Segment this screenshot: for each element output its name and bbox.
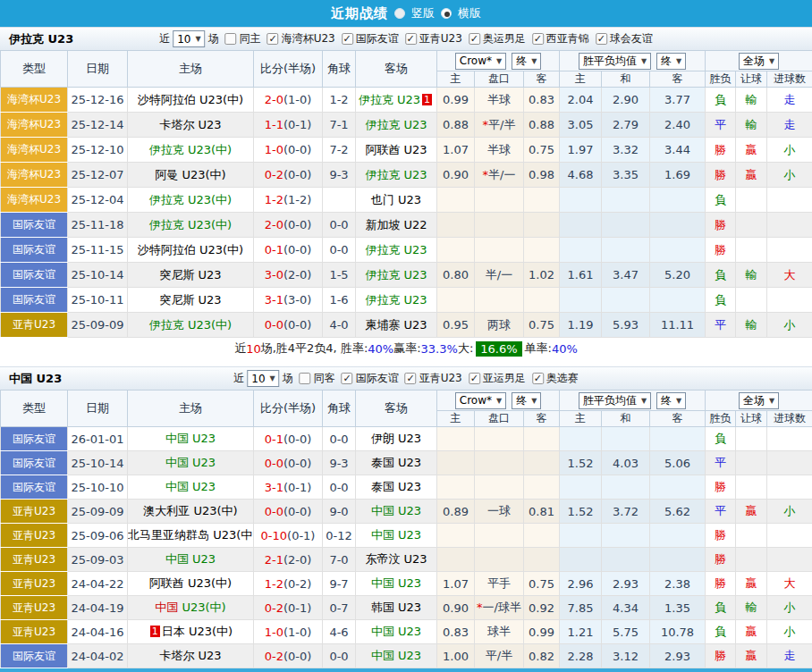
corner-score: 9-3 xyxy=(323,451,356,475)
summary-text: 16.6% xyxy=(476,341,521,357)
same-venue-checkbox[interactable] xyxy=(300,373,311,384)
vertical-layout-label[interactable]: 竖版 xyxy=(411,5,435,21)
halftime-score: (0-0) xyxy=(283,168,311,181)
away-team: 也门 U23 xyxy=(356,188,437,213)
chevron-down-icon: ▼ xyxy=(641,397,647,405)
result-outcome: 勝 xyxy=(706,163,736,188)
result-goals xyxy=(767,288,812,313)
home-team: 伊拉克 U23(中) xyxy=(128,213,254,238)
horizontal-layout-radio[interactable] xyxy=(441,8,452,19)
away-team: 泰国 U23 xyxy=(356,475,437,500)
match-date: 25-09-09 xyxy=(68,500,128,524)
score-cell: 1-0(0-0) xyxy=(254,138,323,163)
score-cell: 3-1(3-0) xyxy=(254,288,323,313)
odds-state-dropdown[interactable]: 终▼ xyxy=(512,392,541,409)
home-team: 卡塔尔 U23 xyxy=(128,644,254,668)
league-filter-checkbox[interactable]: ✓ xyxy=(405,373,417,384)
league-filter-checkbox[interactable]: ✓ xyxy=(532,373,544,384)
recent-label: 近 xyxy=(233,371,244,386)
league-filter-checkbox[interactable]: ✓ xyxy=(532,33,544,45)
result-outcome: 勝 xyxy=(706,548,736,572)
result-handicap xyxy=(736,548,767,572)
league-filter-checkbox[interactable]: ✓ xyxy=(469,373,480,384)
scope-dropdown[interactable]: 全场▼ xyxy=(739,392,779,409)
avg-draw xyxy=(602,213,650,238)
result-goals xyxy=(767,548,812,572)
same-venue-label: 同主 xyxy=(240,31,261,46)
section-divider xyxy=(0,359,812,366)
result-handicap xyxy=(736,524,767,548)
result-outcome: 勝 xyxy=(706,213,736,238)
horizontal-layout-label[interactable]: 横版 xyxy=(458,5,481,21)
result-outcome: 勝 xyxy=(706,644,736,668)
recent-count-select[interactable]: 10▼ xyxy=(173,30,205,47)
scope-dropdown[interactable]: 全场▼ xyxy=(739,53,779,70)
league-filter-checkbox[interactable]: ✓ xyxy=(267,33,279,45)
result-group-header: 全场▼ xyxy=(706,391,812,411)
odds-handicap xyxy=(475,213,524,238)
league-filter-checkbox[interactable]: ✓ xyxy=(469,33,480,45)
avg-win: 2.04 xyxy=(560,88,602,113)
avg-odds-dropdown[interactable]: 胜平负均值▼ xyxy=(579,53,651,70)
home-team: 北马里亚纳群岛 U23(中) xyxy=(128,524,254,548)
vertical-layout-radio[interactable] xyxy=(394,8,405,19)
league-filter-checkbox[interactable]: ✓ xyxy=(405,33,417,45)
odds-away: 0.99 xyxy=(524,620,560,644)
odds-source-dropdown[interactable]: Crow*▼ xyxy=(455,53,506,70)
league-type-badge: 国际友谊 xyxy=(1,263,68,288)
league-filter-checkbox[interactable]: ✓ xyxy=(342,373,353,384)
odds-handicap: 球半 xyxy=(475,620,524,644)
home-team: 沙特阿拉伯 U23(中) xyxy=(128,238,254,263)
league-filter-checkbox[interactable]: ✓ xyxy=(342,33,353,45)
odds-home: 1.00 xyxy=(437,644,475,668)
fulltime-score: 2-0 xyxy=(265,93,283,106)
score-cell: 1-0(1-0) xyxy=(254,620,323,644)
result-handicap xyxy=(736,451,767,475)
odds-away xyxy=(524,451,560,475)
chevron-down-icon: ▼ xyxy=(531,57,537,65)
league-type-badge: 国际友谊 xyxy=(1,213,68,238)
result-handicap: 贏 xyxy=(736,163,767,188)
match-row: 国际友谊25-11-18伊拉克 U23(中)2-0(0-0)0-0新加坡 U22… xyxy=(1,213,812,238)
odds-handicap xyxy=(475,288,524,313)
fulltime-score: 2-0 xyxy=(265,218,283,231)
odds-state-dropdown[interactable]: 终▼ xyxy=(512,53,541,70)
avg-odds-dropdown[interactable]: 胜平负均值▼ xyxy=(579,392,651,409)
odds-away xyxy=(524,238,560,263)
same-venue-label: 同客 xyxy=(314,371,335,386)
match-date: 25-10-10 xyxy=(68,475,128,500)
match-date: 25-09-09 xyxy=(68,313,128,338)
odds-handicap: *半/一 xyxy=(475,163,524,188)
home-team-name: 中国 U23 xyxy=(165,432,216,445)
odds-source-dropdown[interactable]: Crow*▼ xyxy=(455,392,506,409)
match-row: 亚青U2325-09-03中国 U232-1(2-0)7-0东帝汶 U23勝 xyxy=(1,548,812,572)
fulltime-score: 0-0 xyxy=(265,505,283,518)
avg-draw xyxy=(602,427,650,451)
avg-win: 1.19 xyxy=(560,313,602,338)
avg-win: 7.85 xyxy=(560,596,602,620)
league-filter-checkbox[interactable]: ✓ xyxy=(596,33,607,45)
recent-count-select[interactable]: 10▼ xyxy=(247,370,279,387)
odds-home xyxy=(437,427,475,451)
odds-away xyxy=(524,427,560,451)
home-team-name: 卡塔尔 U23 xyxy=(159,649,221,662)
stats-summary: 近10场,胜4平2负4, 胜率:40% 赢率:33.3% 大:16.6% 单率:… xyxy=(0,338,812,359)
away-team: 伊拉克 U23 xyxy=(356,263,437,288)
avg-state-dropdown[interactable]: 终▼ xyxy=(656,392,686,409)
league-type-badge: 亚青U23 xyxy=(1,548,68,572)
avg-lose xyxy=(650,238,706,263)
subcol-res-handicap: 让球 xyxy=(736,411,767,427)
result-outcome: 勝 xyxy=(706,475,736,500)
avg-state-dropdown[interactable]: 终▼ xyxy=(656,53,686,70)
league-type-badge: 海湾杯U23 xyxy=(1,113,68,138)
home-team: 澳大利亚 U23(中) xyxy=(128,500,254,524)
halftime-score: (0-1) xyxy=(287,529,315,542)
avg-win xyxy=(560,213,602,238)
result-handicap: 輸 xyxy=(736,113,767,138)
red-card-badge: 1 xyxy=(150,626,160,637)
home-team-name: 伊拉克 U23(中) xyxy=(149,318,232,332)
score-cell: 0-0(0-0) xyxy=(254,500,323,524)
away-team: 中国 U23 xyxy=(356,620,437,644)
same-venue-checkbox[interactable] xyxy=(225,33,237,45)
subcol-odds-away: 客 xyxy=(524,411,560,427)
